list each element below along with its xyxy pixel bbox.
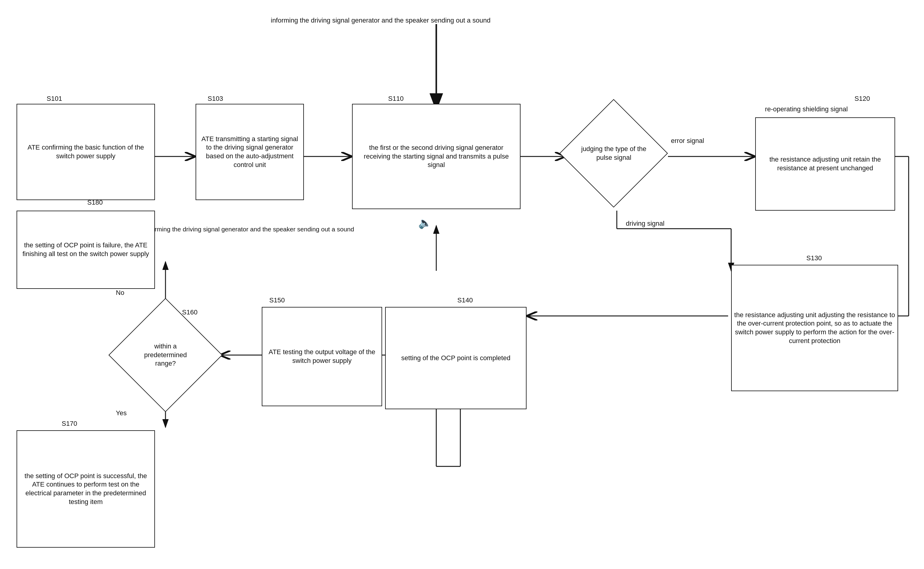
yes-label: Yes xyxy=(116,409,127,417)
s170-box: the setting of OCP point is successful, … xyxy=(17,430,155,548)
error-signal-label: error signal xyxy=(671,137,704,145)
s103-label: S103 xyxy=(208,95,223,103)
reoperating-label: re-operating shielding signal xyxy=(755,105,857,113)
judge-diamond: judging the type of the pulse signal xyxy=(560,99,668,208)
inform-top-label: informing the driving signal generator a… xyxy=(271,17,421,24)
s130-box: the resistance adjusting unit adjusting … xyxy=(731,265,898,391)
s170-label: S170 xyxy=(62,420,77,428)
s110-box: the first or the second driving signal g… xyxy=(352,104,521,209)
inform2-label: informing the driving signal generator a… xyxy=(144,226,247,233)
s140-label: S140 xyxy=(457,297,473,304)
s150-box: ATE testing the output voltage of the sw… xyxy=(262,307,382,406)
flowchart-diagram: informing the driving signal generator a… xyxy=(0,0,924,569)
s140-box: setting of the OCP point is completed xyxy=(385,307,527,409)
driving-signal-label: driving signal xyxy=(626,220,664,227)
s160-diamond: within a predetermined range? xyxy=(108,297,223,414)
s120-box: the resistance adjusting unit retain the… xyxy=(755,117,895,211)
speaker-icon: 🔈 xyxy=(418,217,432,229)
s101-box: ATE confirming the basic function of the… xyxy=(17,104,155,200)
s103-box: ATE transmitting a starting signal to th… xyxy=(196,104,304,200)
s110-label: S110 xyxy=(388,95,403,103)
s101-label: S101 xyxy=(47,95,62,103)
s180-box: the setting of OCP point is failure, the… xyxy=(17,211,155,289)
s180-label: S180 xyxy=(87,199,103,207)
s120-label: S120 xyxy=(854,95,870,103)
s130-label: S130 xyxy=(806,254,822,262)
no-label: No xyxy=(116,289,124,297)
s150-label: S150 xyxy=(269,297,285,304)
